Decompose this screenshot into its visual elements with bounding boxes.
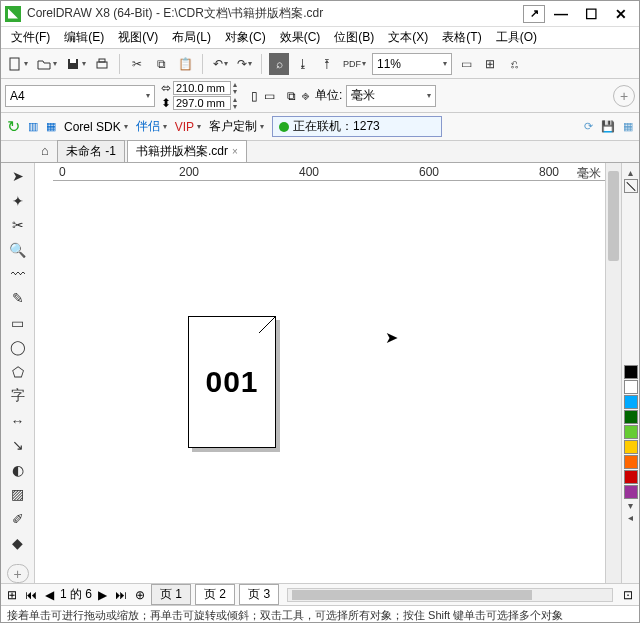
add-page-button[interactable]: ⊕ (133, 588, 147, 602)
all-pages-button[interactable]: ⧉ (287, 89, 296, 103)
home-icon[interactable]: ⌂ (41, 140, 49, 162)
artistic-tool[interactable]: ✎ (7, 289, 29, 307)
new-button[interactable]: ▾ (5, 53, 30, 75)
page-object[interactable]: 001 (188, 316, 276, 448)
doc-tab-current[interactable]: 书籍拼版档案.cdr× (127, 140, 247, 162)
open-button[interactable]: ▾ (34, 53, 59, 75)
export-button[interactable]: ⭱ (317, 53, 337, 75)
next-page-button[interactable]: ▶ (96, 588, 109, 602)
palette-up-arrow[interactable]: ▴ (628, 167, 633, 178)
text-tool[interactable]: 字 (7, 387, 29, 405)
publish-pdf-button[interactable]: PDF▾ (341, 53, 368, 75)
width-spinner[interactable]: ▴▾ (233, 81, 245, 95)
menu-bitmap[interactable]: 位图(B) (330, 27, 378, 48)
rulers-button[interactable]: ⊞ (480, 53, 500, 75)
dock-icon-2[interactable]: 💾 (601, 120, 615, 133)
swatch-black[interactable] (624, 365, 638, 379)
menu-object[interactable]: 对象(C) (221, 27, 270, 48)
menu-tools[interactable]: 工具(O) (492, 27, 541, 48)
fullscreen-button[interactable]: ▭ (456, 53, 476, 75)
shape-tool[interactable]: ✦ (7, 191, 29, 209)
menu-effects[interactable]: 效果(C) (276, 27, 325, 48)
page-tab-1[interactable]: 页 1 (151, 584, 191, 605)
menu-text[interactable]: 文本(X) (384, 27, 432, 48)
companion-link[interactable]: 伴侣▾ (136, 118, 167, 135)
online-status[interactable]: 正在联机：1273 (272, 116, 442, 137)
undo-button[interactable]: ↶▾ (210, 53, 230, 75)
connector-tool[interactable]: ↘ (7, 436, 29, 454)
height-spinner[interactable]: ▴▾ (233, 96, 245, 110)
swatch-green[interactable] (624, 425, 638, 439)
last-page-button[interactable]: ⏭ (113, 588, 129, 602)
drop-shadow-tool[interactable]: ◐ (7, 460, 29, 478)
dock-icon-1[interactable]: ⟳ (584, 120, 593, 133)
dock-icon-3[interactable]: ▦ (623, 120, 633, 133)
print-button[interactable] (92, 53, 112, 75)
menu-view[interactable]: 视图(V) (114, 27, 162, 48)
palette-expand-arrow[interactable]: ◂ (628, 512, 633, 523)
page-size-select[interactable]: A4▾ (5, 85, 155, 107)
close-button[interactable]: ✕ (607, 3, 635, 25)
redo-button[interactable]: ↷▾ (234, 53, 254, 75)
save-button[interactable]: ▾ (63, 53, 88, 75)
cut-button[interactable]: ✂ (127, 53, 147, 75)
horizontal-ruler[interactable]: 0 200 400 600 800 毫米 (53, 163, 605, 181)
vertical-scrollbar[interactable] (605, 163, 621, 583)
crop-tool[interactable]: ✂ (7, 216, 29, 234)
current-page-button[interactable]: ⎆ (302, 89, 309, 103)
swatch-yellow[interactable] (624, 440, 638, 454)
polygon-tool[interactable]: ⬠ (7, 363, 29, 381)
page-height-input[interactable] (173, 96, 231, 110)
refresh-icon[interactable]: ↻ (7, 117, 20, 136)
ellipse-tool[interactable]: ◯ (7, 338, 29, 356)
transparency-tool[interactable]: ▨ (7, 485, 29, 503)
page-width-input[interactable] (173, 81, 231, 95)
swatch-purple[interactable] (624, 485, 638, 499)
minimize-button[interactable]: — (547, 3, 575, 25)
swatch-darkgreen[interactable] (624, 410, 638, 424)
corel-sdk-link[interactable]: Corel SDK▾ (64, 120, 128, 134)
insert-page-icon[interactable]: ⊞ (5, 588, 19, 602)
freehand-tool[interactable]: 〰 (7, 265, 29, 283)
swatch-orange[interactable] (624, 455, 638, 469)
fill-tool[interactable]: ◆ (7, 534, 29, 552)
snap-button[interactable]: ⎌ (504, 53, 524, 75)
vip-link[interactable]: VIP▾ (175, 120, 201, 134)
eyedropper-tool[interactable]: ✐ (7, 509, 29, 527)
menu-layout[interactable]: 布局(L) (168, 27, 215, 48)
rectangle-tool[interactable]: ▭ (7, 314, 29, 332)
doc-tab-untitled[interactable]: 未命名 -1 (57, 140, 125, 162)
zoom-tool[interactable]: 🔍 (7, 240, 29, 258)
menu-file[interactable]: 文件(F) (7, 27, 54, 48)
navigator-button[interactable]: ⊡ (621, 588, 635, 602)
page-tab-3[interactable]: 页 3 (239, 584, 279, 605)
drawing-canvas[interactable]: 001 ➤ (53, 181, 605, 583)
menu-table[interactable]: 表格(T) (438, 27, 485, 48)
landscape-button[interactable]: ▭ (264, 89, 275, 103)
paste-button[interactable]: 📋 (175, 53, 195, 75)
palette-down-arrow[interactable]: ▾ (628, 500, 633, 511)
horizontal-scrollbar[interactable] (287, 588, 613, 602)
no-fill-swatch[interactable] (624, 179, 638, 193)
barcode-icon[interactable]: ▥ (28, 120, 38, 133)
add-tool-button[interactable]: + (7, 564, 29, 583)
import-button[interactable]: ⭳ (293, 53, 313, 75)
prev-page-button[interactable]: ◀ (43, 588, 56, 602)
tab-close-icon[interactable]: × (232, 146, 238, 157)
qrcode-icon[interactable]: ▦ (46, 120, 56, 133)
titlebar-extra-button[interactable]: ↗ (523, 5, 545, 23)
custom-link[interactable]: 客户定制▾ (209, 118, 264, 135)
pick-tool[interactable]: ➤ (7, 167, 29, 185)
portrait-button[interactable]: ▯ (251, 89, 258, 103)
swatch-cyan[interactable] (624, 395, 638, 409)
page-tab-2[interactable]: 页 2 (195, 584, 235, 605)
search-button[interactable]: ⌕ (269, 53, 289, 75)
zoom-level-input[interactable]: 11%▾ (372, 53, 452, 75)
add-property-button[interactable]: + (613, 85, 635, 107)
first-page-button[interactable]: ⏮ (23, 588, 39, 602)
maximize-button[interactable]: ☐ (577, 3, 605, 25)
menu-edit[interactable]: 编辑(E) (60, 27, 108, 48)
swatch-white[interactable] (624, 380, 638, 394)
copy-button[interactable]: ⧉ (151, 53, 171, 75)
parallel-dim-tool[interactable]: ↔ (7, 412, 29, 430)
